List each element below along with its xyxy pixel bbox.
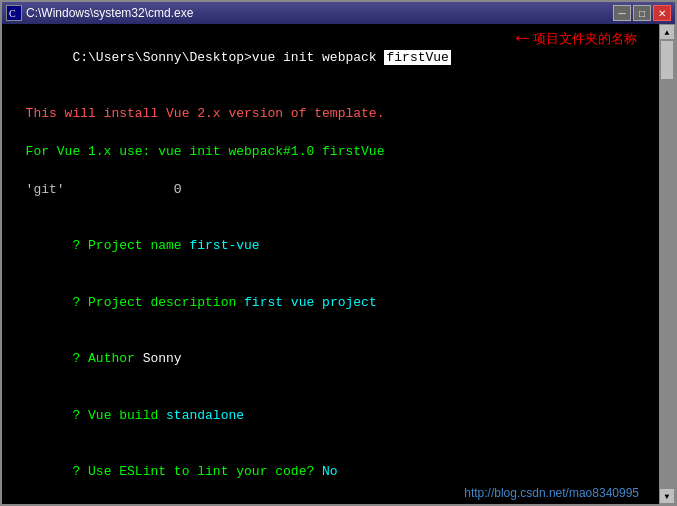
title-bar-left: C C:\Windows\system32\cmd.exe — [6, 5, 193, 21]
line-q2: ? Project description first vue project — [10, 275, 651, 332]
line-git: 'git' Θ — [10, 181, 651, 200]
cmd-icon: C — [6, 5, 22, 21]
scroll-down-button[interactable]: ▼ — [659, 488, 675, 504]
minimize-button[interactable]: ─ — [613, 5, 631, 21]
title-bar: C C:\Windows\system32\cmd.exe ─ □ ✕ — [2, 2, 675, 24]
terminal[interactable]: C:\Users\Sonny\Desktop>vue init webpack … — [2, 24, 659, 504]
firstvue-highlight: firstVue — [384, 50, 450, 65]
window-title: C:\Windows\system32\cmd.exe — [26, 6, 193, 20]
scroll-thumb[interactable] — [660, 40, 674, 80]
line-warning: This will install Vue 2.x version of tem… — [10, 105, 651, 124]
line-blank3 — [10, 162, 651, 181]
annotation-container: ← 项目文件夹的名称 — [516, 26, 637, 51]
svg-text:C: C — [9, 8, 16, 19]
q4-label: ? Vue build — [72, 408, 166, 423]
scroll-track[interactable] — [659, 40, 675, 488]
q3-label: ? Author — [72, 351, 142, 366]
line-q1: ? Project name first-vue — [10, 218, 651, 275]
close-button[interactable]: ✕ — [653, 5, 671, 21]
q3-value: Sonny — [143, 351, 182, 366]
line-blank4 — [10, 200, 651, 219]
line-blank2 — [10, 124, 651, 143]
annotation-arrow: ← — [516, 26, 529, 51]
prompt-text: C:\Users\Sonny\Desktop>vue init webpack — [72, 50, 384, 65]
cmd-window: C C:\Windows\system32\cmd.exe ─ □ ✕ C:\U… — [0, 0, 677, 506]
line-q3: ? Author Sonny — [10, 332, 651, 389]
title-buttons: ─ □ ✕ — [613, 5, 671, 21]
content-area: C:\Users\Sonny\Desktop>vue init webpack … — [2, 24, 675, 504]
q2-value: first vue project — [244, 295, 377, 310]
q1-value: first-vue — [189, 238, 259, 253]
line-q4: ? Vue build standalone — [10, 388, 651, 445]
q1-label: ? Project name — [72, 238, 189, 253]
q2-label: ? Project description — [72, 295, 244, 310]
scrollbar: ▲ ▼ — [659, 24, 675, 504]
line-q6: ? Setup unit tests with Karma + Mocha? Y… — [10, 501, 651, 504]
q5-label: ? Use ESLint to lint your code? — [72, 464, 322, 479]
maximize-button[interactable]: □ — [633, 5, 651, 21]
q5-value: No — [322, 464, 338, 479]
line-vue1x: For Vue 1.x use: vue init webpack#1.0 fi… — [10, 143, 651, 162]
line-blank1 — [10, 87, 651, 106]
q4-value: standalone — [166, 408, 244, 423]
watermark: http://blog.csdn.net/mao8340995 — [464, 486, 639, 500]
scroll-up-button[interactable]: ▲ — [659, 24, 675, 40]
annotation-text: 项目文件夹的名称 — [533, 30, 637, 48]
